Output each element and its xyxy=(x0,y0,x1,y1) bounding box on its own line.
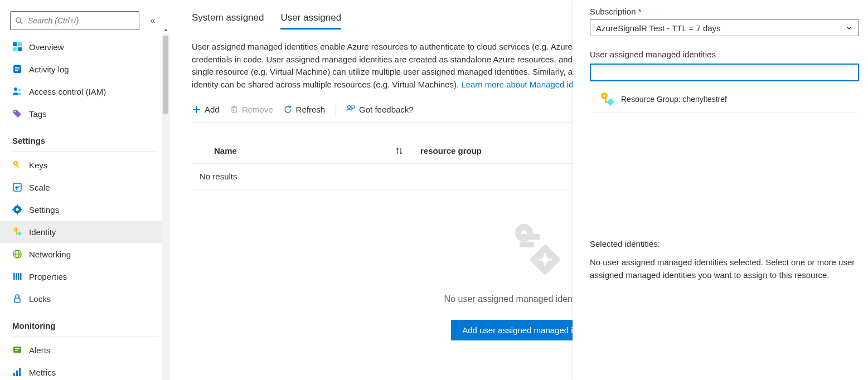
sidebar-item-label: Identity xyxy=(29,227,56,237)
sidebar-item-label: Networking xyxy=(29,250,71,259)
app-root: « Overview Activity log Access contr xyxy=(0,0,868,380)
sidebar-item-locks[interactable]: Locks xyxy=(10,288,169,310)
nav-section-settings: Settings xyxy=(10,125,169,149)
selected-identities-hint: No user assigned managed identities sele… xyxy=(590,256,859,281)
svg-point-14 xyxy=(15,163,17,164)
sidebar-item-label: Metrics xyxy=(29,368,56,377)
search-icon xyxy=(15,17,23,25)
alerts-icon xyxy=(12,345,22,355)
svg-rect-8 xyxy=(15,69,20,70)
chevron-down-icon xyxy=(845,24,853,32)
feedback-button[interactable]: Got feedback? xyxy=(346,104,414,114)
divider xyxy=(12,151,158,152)
sidebar-item-settings[interactable]: Settings xyxy=(10,198,169,221)
sidebar-item-networking[interactable]: Networking xyxy=(10,243,169,265)
divider xyxy=(12,336,158,337)
svg-rect-60 xyxy=(607,98,614,106)
svg-rect-34 xyxy=(14,298,20,303)
overview-icon xyxy=(12,42,22,52)
svg-point-48 xyxy=(348,106,351,109)
sidebar-item-activity-log[interactable]: Activity log xyxy=(10,58,169,80)
svg-rect-37 xyxy=(15,350,18,351)
svg-rect-39 xyxy=(16,371,18,376)
identities-search-input[interactable] xyxy=(590,64,859,81)
scale-icon xyxy=(12,182,22,192)
gear-icon xyxy=(12,204,22,215)
resource-group-option[interactable]: Resource Group: chenyltestref xyxy=(590,81,859,113)
sidebar-item-label: Locks xyxy=(29,294,51,304)
column-header-name[interactable]: Name xyxy=(214,146,420,155)
metrics-icon xyxy=(12,367,22,377)
sidebar-item-identity[interactable]: Identity xyxy=(0,221,169,243)
sidebar-item-tags[interactable]: Tags xyxy=(10,103,169,125)
svg-rect-31 xyxy=(16,273,17,280)
svg-point-10 xyxy=(14,87,17,91)
subscription-dropdown[interactable]: AzureSignalR Test - TTL = 7 days xyxy=(590,20,859,36)
search-wrap: « xyxy=(0,0,169,36)
svg-rect-5 xyxy=(18,47,22,51)
scroll-up-icon[interactable]: ▴ xyxy=(163,27,168,32)
svg-rect-21 xyxy=(12,209,14,210)
subscription-label-text: Subscription xyxy=(590,7,636,16)
sidebar-item-label: Properties xyxy=(29,272,67,281)
svg-rect-35 xyxy=(13,347,21,353)
lock-icon xyxy=(12,294,22,304)
add-label: Add xyxy=(205,105,220,114)
sidebar-item-label: Tags xyxy=(29,109,47,119)
svg-rect-32 xyxy=(18,273,20,280)
svg-rect-7 xyxy=(15,67,20,68)
sidebar-item-label: Keys xyxy=(29,160,47,170)
sidebar-item-label: Scale xyxy=(29,183,50,192)
svg-rect-52 xyxy=(520,242,534,247)
col-name-label: Name xyxy=(214,146,237,155)
col-rg-label: resource group xyxy=(420,146,482,155)
svg-rect-3 xyxy=(18,42,22,46)
sidebar-item-alerts[interactable]: Alerts xyxy=(10,339,169,361)
sidebar-item-scale[interactable]: Scale xyxy=(10,176,169,198)
nav: Overview Activity log Access control (IA… xyxy=(0,36,169,380)
svg-rect-33 xyxy=(20,273,22,280)
sidebar-item-keys[interactable]: Keys xyxy=(10,154,169,176)
svg-rect-38 xyxy=(13,373,15,376)
keys-icon xyxy=(12,160,22,170)
search-box[interactable] xyxy=(10,11,139,30)
scrollbar-thumb[interactable] xyxy=(163,36,168,114)
sidebar-item-overview[interactable]: Overview xyxy=(10,36,169,58)
svg-point-58 xyxy=(603,95,605,97)
sidebar: « Overview Activity log Access contr xyxy=(0,0,169,380)
svg-rect-22 xyxy=(21,209,22,210)
sidebar-item-label: Alerts xyxy=(29,345,50,355)
svg-rect-20 xyxy=(17,213,18,215)
remove-button: Remove xyxy=(230,105,273,114)
sidebar-item-access-control[interactable]: Access control (IAM) xyxy=(10,80,169,103)
subscription-label: Subscription * xyxy=(590,0,859,20)
sidebar-scrollbar[interactable]: ▴ xyxy=(162,33,169,380)
search-input[interactable] xyxy=(27,16,134,26)
svg-point-24 xyxy=(15,229,16,230)
sidebar-item-label: Settings xyxy=(29,205,59,215)
collapse-sidebar-button[interactable]: « xyxy=(146,16,159,26)
networking-icon xyxy=(12,249,22,259)
sidebar-item-metrics[interactable]: Metrics xyxy=(10,361,169,380)
svg-rect-9 xyxy=(15,70,18,71)
nav-section-monitoring: Monitoring xyxy=(10,310,169,334)
selected-identities-section: Selected identities: No user assigned ma… xyxy=(590,239,859,281)
svg-rect-26 xyxy=(17,231,22,236)
svg-rect-43 xyxy=(232,108,236,113)
add-button[interactable]: Add xyxy=(192,105,220,114)
add-identity-flyout: Subscription * AzureSignalR Test - TTL =… xyxy=(573,0,868,380)
refresh-icon xyxy=(283,105,293,114)
resource-group-label: Resource Group: chenyltestref xyxy=(621,95,727,104)
required-asterisk: * xyxy=(638,7,642,16)
sidebar-item-label: Activity log xyxy=(29,65,69,74)
tab-user-assigned[interactable]: User assigned xyxy=(280,12,341,30)
sidebar-item-properties[interactable]: Properties xyxy=(10,265,169,288)
refresh-label: Refresh xyxy=(296,105,326,114)
refresh-button[interactable]: Refresh xyxy=(283,105,326,114)
svg-line-1 xyxy=(20,22,22,24)
svg-rect-2 xyxy=(13,42,17,46)
svg-rect-59 xyxy=(605,98,607,103)
identity-illustration-icon xyxy=(500,217,561,279)
tab-system-assigned[interactable]: System assigned xyxy=(192,12,264,30)
svg-rect-30 xyxy=(13,273,15,280)
